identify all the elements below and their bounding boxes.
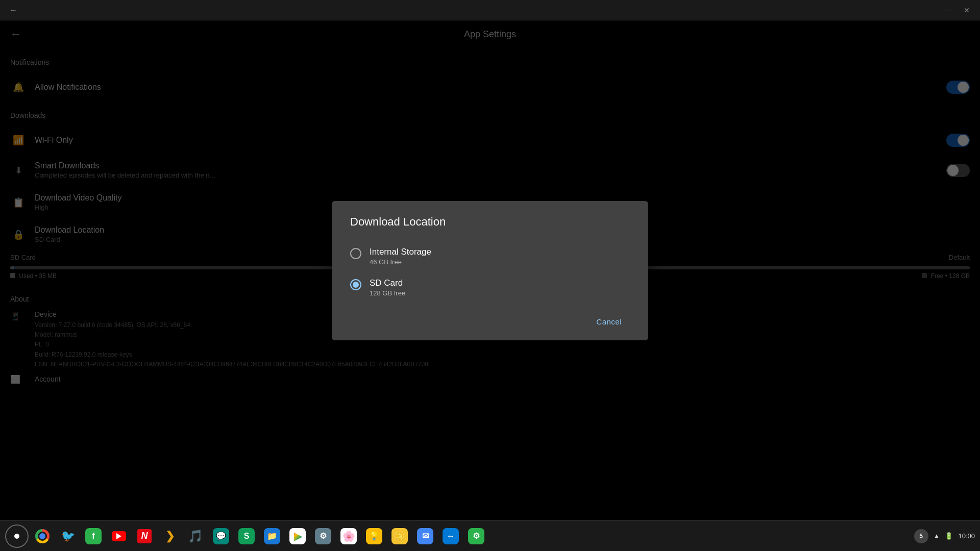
taskbar-youtube[interactable] — [107, 524, 131, 548]
titlebar-back-button[interactable]: ← — [6, 3, 20, 17]
chrome-icon — [35, 529, 50, 543]
youtube-icon — [112, 531, 126, 541]
sd-card-radio[interactable] — [350, 279, 361, 290]
download-location-modal: Download Location Internal Storage 46 GB… — [332, 201, 648, 340]
photos-icon: 🌸 — [340, 528, 357, 544]
taskbar-messages[interactable]: ✉ — [413, 524, 437, 548]
settings2-icon: ⚙ — [468, 528, 484, 544]
modal-actions: Cancel — [350, 313, 630, 330]
battery-status: 🔋 — [945, 532, 953, 540]
taskbar-app1[interactable]: 🪙 — [388, 524, 411, 548]
sd-card-option-label: SD Card — [370, 278, 405, 288]
minimize-button[interactable]: — — [941, 3, 955, 17]
time-display: 10:00 — [958, 532, 975, 540]
taskbar-sheets[interactable]: S — [235, 524, 258, 548]
coin-icon: 🪙 — [391, 528, 408, 544]
taskbar-files[interactable]: 📁 — [260, 524, 284, 548]
settings-icon: ⚙ — [315, 528, 331, 544]
title-bar: ← — ✕ — [0, 0, 980, 20]
taskbar: 🐦 f N ❯ 🎵 💬 S 📁 ▶ ⚙ 🌸 — [0, 520, 980, 551]
app-window: ← App Settings Notifications 🔔 Allow Not… — [0, 20, 980, 520]
wifi-status: ▲ — [934, 532, 940, 540]
modal-title: Download Location — [350, 215, 630, 229]
internal-storage-label: Internal Storage — [370, 247, 431, 257]
home-dot — [14, 534, 19, 539]
hangouts-icon: 💬 — [213, 528, 229, 544]
taskbar-chrome[interactable] — [31, 524, 54, 548]
taskbar-twitter[interactable]: 🐦 — [56, 524, 80, 548]
cancel-button[interactable]: Cancel — [588, 313, 630, 330]
taskbar-settings[interactable]: ⚙ — [311, 524, 335, 548]
playstore-icon: ▶ — [289, 528, 306, 544]
netflix-icon: N — [137, 529, 152, 543]
taskbar-plex[interactable]: ❯ — [158, 524, 182, 548]
internal-storage-sub: 46 GB free — [370, 258, 431, 266]
remote-icon: ↔ — [443, 528, 459, 544]
taskbar-netflix[interactable]: N — [133, 524, 156, 548]
taskbar-settings2[interactable]: ⚙ — [464, 524, 488, 548]
taskbar-photos[interactable]: 🌸 — [337, 524, 360, 548]
taskbar-status: 5 ▲ 🔋 10:00 — [914, 529, 975, 543]
notification-count: 5 — [914, 529, 928, 543]
taskbar-remote[interactable]: ↔ — [439, 524, 462, 548]
feedly-icon: f — [85, 528, 102, 544]
taskbar-hangouts[interactable]: 💬 — [209, 524, 233, 548]
titlebar-controls: — ✕ — [941, 3, 974, 17]
internal-storage-option[interactable]: Internal Storage 46 GB free — [350, 241, 630, 272]
taskbar-feedly[interactable]: f — [82, 524, 105, 548]
keep-icon: 💡 — [366, 528, 382, 544]
sd-card-option-sub: 128 GB free — [370, 289, 405, 297]
plex-icon: ❯ — [165, 530, 175, 543]
messages-icon: ✉ — [417, 528, 433, 544]
files-icon: 📁 — [264, 528, 280, 544]
twitter-icon: 🐦 — [61, 530, 75, 543]
close-button[interactable]: ✕ — [960, 3, 974, 17]
sd-card-option[interactable]: SD Card 128 GB free — [350, 272, 630, 303]
taskbar-playstore[interactable]: ▶ — [286, 524, 309, 548]
home-button[interactable] — [5, 524, 29, 548]
internal-storage-radio[interactable] — [350, 248, 361, 259]
modal-overlay[interactable]: Download Location Internal Storage 46 GB… — [0, 20, 980, 520]
radio-inner-dot — [353, 282, 359, 288]
spotify-icon: 🎵 — [188, 529, 203, 543]
taskbar-keep[interactable]: 💡 — [362, 524, 386, 548]
taskbar-spotify[interactable]: 🎵 — [184, 524, 207, 548]
sheets-icon: S — [238, 528, 255, 544]
